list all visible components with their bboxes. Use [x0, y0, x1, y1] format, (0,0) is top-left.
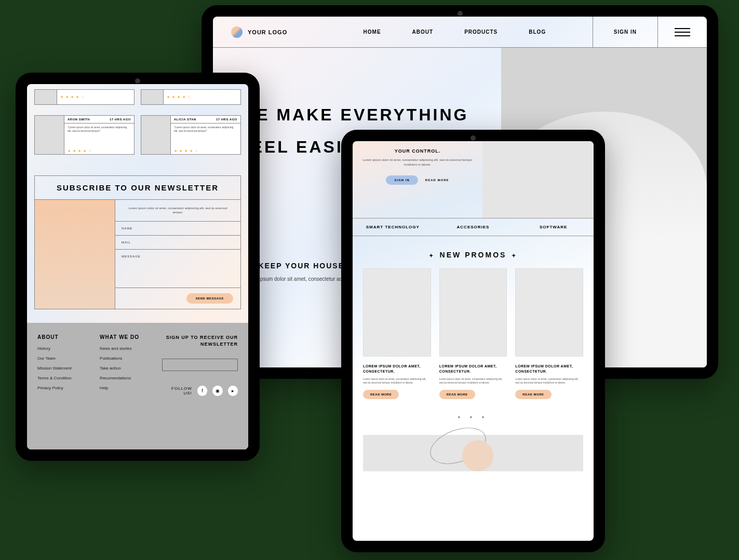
- promo-title: LOREM IPSUM DOLOR AMET, CONSECTETUR.: [363, 364, 431, 374]
- rating-stars: ★ ★ ★ ★ ☆: [57, 94, 134, 100]
- read-more-button[interactable]: READ MORE: [515, 390, 551, 399]
- footer-link[interactable]: Our Team: [37, 356, 91, 361]
- camera-icon: [458, 11, 463, 16]
- promo-image: [439, 268, 507, 357]
- read-more-button[interactable]: READ MORE: [363, 390, 399, 399]
- review-time: 17 HRS AGO: [216, 118, 237, 121]
- review-card: ★ ★ ★ ★ ☆: [141, 89, 241, 105]
- screen-b: ★ ★ ★ ★ ☆ ★ ★ ★ ★ ☆ ARON SMITH17 HRS AGO…: [27, 84, 248, 449]
- promo-body: Lorem ipsum dolor sit amet, consectetur …: [363, 377, 431, 385]
- promo-body: Lorem ipsum dolor sit amet, consectetur …: [439, 377, 507, 385]
- newsletter-box: SUBSCRIBE TO OUR NEWSLETTER Lorem ipsum …: [34, 175, 241, 309]
- avatar: [141, 116, 170, 154]
- signin-button[interactable]: SIGN IN: [593, 17, 657, 47]
- footer-about-heading: ABOUT: [37, 334, 91, 340]
- review-card: ALICIA STAN17 HRS AGO "Lorem ipsum dolor…: [141, 115, 241, 155]
- nav-home[interactable]: HOME: [364, 29, 381, 35]
- youtube-icon[interactable]: ▸: [228, 386, 238, 396]
- promo-body: Lorem ipsum dolor sit amet, consectetur …: [515, 377, 583, 385]
- newsletter-desc: Lorem ipsum dolor sit amet, consectetur …: [115, 200, 240, 222]
- sparkle-icon: ✦: [239, 84, 475, 94]
- footer-link[interactable]: Terms & Condition: [37, 376, 91, 380]
- newsletter-title: SUBSCRIBE TO OUR NEWSLETTER: [35, 176, 240, 200]
- signin-button[interactable]: SIGN IN: [386, 175, 418, 185]
- camera-icon: [471, 135, 476, 141]
- hero-c: YOUR CONTROL. Lorem ipsum dolor sit amet…: [353, 141, 594, 218]
- instagram-icon[interactable]: ◉: [212, 386, 222, 396]
- read-more-button[interactable]: READ MORE: [439, 390, 475, 399]
- footer: ABOUT History Our Team Mission Statement…: [27, 323, 248, 449]
- follow-row: FOLLOW US! f ◉ ▸: [162, 386, 238, 396]
- footer-email-field[interactable]: [162, 359, 238, 371]
- message-field[interactable]: MESSAGE: [115, 250, 240, 288]
- logo-icon: [231, 26, 243, 38]
- review-text: "Lorem ipsum dolor sit amet, consectetur…: [64, 124, 134, 148]
- review-row-cut: ★ ★ ★ ★ ☆ ★ ★ ★ ★ ☆: [27, 84, 248, 110]
- hamburger-icon[interactable]: [657, 17, 707, 47]
- sparkle-icon: ✦: [512, 253, 517, 258]
- promo-title: LOREM IPSUM DOLOR AMET, CONSECTETUR.: [515, 364, 583, 374]
- footer-about: ABOUT History Our Team Mission Statement…: [37, 334, 91, 438]
- footer-link[interactable]: Take action: [100, 366, 154, 371]
- logo[interactable]: YOUR LOGO: [213, 26, 317, 38]
- hero-c-image: [482, 141, 594, 218]
- person-image: [462, 440, 493, 471]
- read-more-link[interactable]: READ MORE: [425, 179, 449, 182]
- footer-link[interactable]: Privacy Policy: [37, 386, 91, 390]
- promo-image: [515, 268, 583, 357]
- bottom-banner: [363, 435, 583, 471]
- tab-software[interactable]: SOFTWARE: [513, 218, 594, 236]
- newsletter-image: [35, 200, 115, 309]
- sparkle-icon: ✦: [429, 253, 435, 258]
- review-text: "Lorem ipsum dolor sit amet, consectetur…: [171, 124, 240, 148]
- reviewer-name: ARON SMITH: [68, 118, 90, 121]
- rating-stars: ★ ★ ★ ★ ☆: [64, 148, 134, 154]
- carousel-dots[interactable]: ● ● ●: [353, 415, 594, 419]
- hero-c-left: YOUR CONTROL. Lorem ipsum dolor sit amet…: [353, 141, 482, 218]
- footer-link[interactable]: Mission Statement: [37, 366, 91, 371]
- screen-c: YOUR CONTROL. Lorem ipsum dolor sit amet…: [353, 141, 594, 541]
- avatar: [35, 116, 64, 154]
- reviewer-name: ALICIA STAN: [174, 118, 196, 121]
- review-card: ARON SMITH17 HRS AGO "Lorem ipsum dolor …: [34, 115, 135, 155]
- category-tabs: SMART TECHNOLOGY ACCESORIES SOFTWARE: [353, 218, 594, 236]
- rating-stars: ★ ★ ★ ★ ☆: [164, 94, 240, 100]
- tab-smart-tech[interactable]: SMART TECHNOLOGY: [353, 218, 433, 236]
- review-card: ★ ★ ★ ★ ☆: [34, 89, 135, 105]
- promo-card: LOREM IPSUM DOLOR AMET, CONSECTETUR. Lor…: [439, 268, 507, 399]
- footer-link[interactable]: News and stories: [100, 346, 154, 351]
- footer-signup-heading: SIGN UP TO RECEIVE OUR NEWSLETTER: [162, 334, 238, 347]
- hero-c-title: YOUR CONTROL.: [362, 148, 473, 154]
- review-row: ARON SMITH17 HRS AGO "Lorem ipsum dolor …: [27, 110, 248, 160]
- newsletter-form: Lorem ipsum dolor sit amet, consectetur …: [115, 200, 240, 309]
- promo-image: [363, 268, 431, 357]
- hero-title-1: WE MAKE EVERYTHING: [239, 104, 475, 126]
- promo-grid: LOREM IPSUM DOLOR AMET, CONSECTETUR. Lor…: [353, 268, 594, 399]
- navbar: YOUR LOGO HOME ABOUT PRODUCTS BLOG SIGN …: [213, 17, 707, 48]
- promo-card: LOREM IPSUM DOLOR AMET, CONSECTETUR. Lor…: [363, 268, 431, 399]
- avatar: [141, 90, 163, 104]
- rating-stars: ★ ★ ★ ★ ☆: [171, 148, 240, 154]
- footer-link[interactable]: Help: [100, 386, 154, 390]
- tab-accessories[interactable]: ACCESORIES: [433, 218, 514, 236]
- mail-field[interactable]: MAIL: [115, 236, 240, 250]
- footer-link[interactable]: History: [37, 346, 91, 351]
- nav-blog[interactable]: BLOG: [529, 29, 546, 35]
- nav-products[interactable]: PRODUCTS: [464, 29, 498, 35]
- footer-what-heading: WHAT WE DO: [100, 334, 154, 340]
- follow-label: FOLLOW US!: [162, 386, 192, 395]
- footer-what: WHAT WE DO News and stories Publications…: [100, 334, 154, 438]
- promo-title: LOREM IPSUM DOLOR AMET, CONSECTETUR.: [439, 364, 507, 374]
- facebook-icon[interactable]: f: [197, 386, 207, 396]
- nav-about[interactable]: ABOUT: [412, 29, 434, 35]
- hero-c-body: Lorem ipsum dolor sit amet, consectetur …: [362, 158, 473, 167]
- footer-signup: SIGN UP TO RECEIVE OUR NEWSLETTER FOLLOW…: [162, 334, 238, 438]
- promo-card: LOREM IPSUM DOLOR AMET, CONSECTETUR. Lor…: [515, 268, 583, 399]
- review-time: 17 HRS AGO: [110, 118, 131, 121]
- footer-link[interactable]: Recomendations: [100, 376, 154, 380]
- camera-icon: [135, 78, 140, 84]
- footer-link[interactable]: Publications: [100, 356, 154, 361]
- avatar: [35, 90, 57, 104]
- name-field[interactable]: NAME: [115, 222, 240, 236]
- send-message-button[interactable]: SEND MESSAGE: [186, 293, 233, 304]
